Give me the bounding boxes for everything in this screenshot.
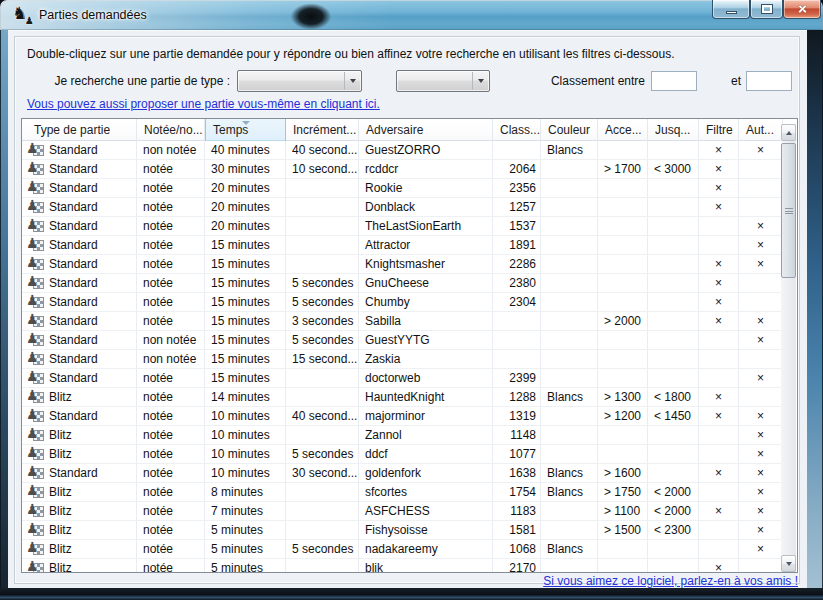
propose-game-link[interactable]: Vous pouvez aussi proposer une partie vo… bbox=[27, 97, 380, 111]
table-row[interactable]: ♟Standardnotée10 minutes40 second...majo… bbox=[22, 407, 783, 426]
table-row[interactable]: ♟Standardnotée10 minutes30 second...gold… bbox=[22, 464, 783, 483]
cell-rated: notée bbox=[137, 540, 205, 558]
pawn-board-icon: ♟ bbox=[27, 352, 45, 367]
table-row[interactable]: ♟Standardnotée20 minutesDonblack1257× bbox=[22, 198, 783, 217]
cell-min: > 1300 bbox=[598, 388, 648, 406]
game-type-text: Standard bbox=[49, 331, 98, 349]
table-row[interactable]: ♟Standardnotée20 minutesTheLastSionEarth… bbox=[22, 217, 783, 236]
cell-auto: × bbox=[739, 141, 783, 159]
scrollbar-thumb[interactable] bbox=[781, 143, 796, 278]
cell-type: ♟Blitz bbox=[22, 388, 137, 406]
cell-max bbox=[648, 293, 699, 311]
column-header-0[interactable]: Type de partie bbox=[22, 119, 137, 141]
cell-color bbox=[541, 369, 598, 387]
cell-rating bbox=[493, 312, 541, 330]
cell-color bbox=[541, 236, 598, 254]
cell-color: Blancs bbox=[541, 483, 598, 501]
cell-type: ♟Blitz bbox=[22, 445, 137, 463]
cell-type: ♟Blitz bbox=[22, 521, 137, 539]
rating-min-input[interactable] bbox=[651, 71, 697, 91]
minimize-button[interactable] bbox=[712, 0, 750, 19]
close-button[interactable] bbox=[783, 0, 821, 19]
table-row[interactable]: ♟Standardnotée20 minutesRookie2356× bbox=[22, 179, 783, 198]
cell-increment: 30 second... bbox=[286, 464, 359, 482]
table-row[interactable]: ♟Standardnotée15 minutes5 secondesGnuChe… bbox=[22, 274, 783, 293]
cell-time: 15 minutes bbox=[205, 331, 286, 349]
table-row[interactable]: ♟Standardnotée15 minutesdoctorweb2399× bbox=[22, 369, 783, 388]
cell-time: 10 minutes bbox=[205, 426, 286, 444]
table-row[interactable]: ♟Blitznotée5 minutes5 secondesnadakareem… bbox=[22, 540, 783, 559]
cell-opponent: Donblack bbox=[359, 198, 493, 216]
tell-friends-link[interactable]: Si vous aimez ce logiciel, parlez-en à v… bbox=[543, 574, 798, 588]
cell-type: ♟Standard bbox=[22, 236, 137, 254]
column-header-4[interactable]: Adversaire bbox=[359, 119, 493, 141]
column-header-3[interactable]: Incrément... bbox=[286, 119, 359, 141]
table-row[interactable]: ♟Blitznotée10 minutes5 secondesddcf1077× bbox=[22, 445, 783, 464]
game-type-text: Blitz bbox=[49, 426, 72, 444]
column-header-label: Aut... bbox=[746, 123, 774, 137]
table-row[interactable]: ♟Standardnotée15 minutesAttractor1891× bbox=[22, 236, 783, 255]
pawn-board-icon: ♟ bbox=[27, 447, 45, 462]
pawn-board-icon: ♟ bbox=[27, 219, 45, 234]
cell-rated: notée bbox=[137, 255, 205, 273]
column-header-8[interactable]: Jusq... bbox=[648, 119, 699, 141]
table-row[interactable]: ♟Standardnon notée40 minutes40 second...… bbox=[22, 141, 783, 160]
table-row[interactable]: ♟Standardnotée30 minutes10 second...rcdd… bbox=[22, 160, 783, 179]
cell-rating: 1148 bbox=[493, 426, 541, 444]
table-body: ♟Standardnon notée40 minutes40 second...… bbox=[22, 141, 783, 572]
column-header-5[interactable]: Class... bbox=[493, 119, 541, 141]
table-row[interactable]: ♟Blitznotée14 minutesHauntedKnight1288Bl… bbox=[22, 388, 783, 407]
column-header-7[interactable]: Acce... bbox=[598, 119, 648, 141]
rating-max-input[interactable] bbox=[746, 71, 792, 91]
table-row[interactable]: ♟Standardnon notée15 minutes5 secondesGu… bbox=[22, 331, 783, 350]
cell-rated: notée bbox=[137, 502, 205, 520]
cell-type: ♟Standard bbox=[22, 160, 137, 178]
cell-type: ♟Standard bbox=[22, 255, 137, 273]
cell-min bbox=[598, 141, 648, 159]
column-header-2[interactable]: Temps bbox=[205, 119, 286, 141]
cell-rating: 1183 bbox=[493, 502, 541, 520]
table-row[interactable]: ♟Blitznotée5 minutesFishysoisse1581> 150… bbox=[22, 521, 783, 540]
column-header-1[interactable]: Notée/no... bbox=[137, 119, 205, 141]
cell-max: < 1800 bbox=[648, 388, 699, 406]
cell-increment bbox=[286, 559, 359, 572]
pawn-board-icon: ♟ bbox=[27, 390, 45, 405]
cell-min bbox=[598, 426, 648, 444]
cell-filter bbox=[699, 369, 739, 387]
table-row[interactable]: ♟Standardnon notée15 minutes15 second...… bbox=[22, 350, 783, 369]
scroll-up-button[interactable] bbox=[781, 124, 796, 141]
column-header-10[interactable]: Aut... bbox=[739, 119, 783, 141]
cell-max: < 1450 bbox=[648, 407, 699, 425]
window-chess-icon: ♞ ♟ bbox=[12, 6, 33, 25]
cell-type: ♟Blitz bbox=[22, 483, 137, 501]
table-row[interactable]: ♟Blitznotée5 minutesblik2170× bbox=[22, 559, 783, 572]
game-variant-combobox[interactable] bbox=[396, 70, 490, 92]
scroll-down-button[interactable] bbox=[781, 555, 796, 572]
table-row[interactable]: ♟Blitznotée10 minutesZannol1148× bbox=[22, 426, 783, 445]
cell-increment bbox=[286, 521, 359, 539]
combo-arrow-button[interactable] bbox=[344, 72, 360, 90]
cell-filter bbox=[699, 331, 739, 349]
vertical-scrollbar[interactable] bbox=[781, 124, 796, 572]
arrow-down-icon bbox=[786, 562, 792, 566]
table-row[interactable]: ♟Blitznotée8 minutessfcortes1754Blancs> … bbox=[22, 483, 783, 502]
column-header-6[interactable]: Couleur bbox=[541, 119, 598, 141]
and-label: et bbox=[731, 74, 741, 88]
column-header-9[interactable]: Filtre bbox=[699, 119, 739, 141]
cell-auto bbox=[739, 350, 783, 368]
table-row[interactable]: ♟Standardnotée15 minutesKnightsmasher228… bbox=[22, 255, 783, 274]
table-row[interactable]: ♟Standardnotée15 minutes5 secondesChumby… bbox=[22, 293, 783, 312]
table-row[interactable]: ♟Standardnotée15 minutes3 secondesSabill… bbox=[22, 312, 783, 331]
maximize-button[interactable] bbox=[750, 0, 783, 19]
cell-color bbox=[541, 217, 598, 235]
title-bar[interactable]: ♞ ♟ Parties demandées bbox=[0, 0, 823, 30]
cell-max bbox=[648, 217, 699, 235]
cell-time: 10 minutes bbox=[205, 407, 286, 425]
table-row[interactable]: ♟Blitznotée7 minutesASFCHESS1183> 1100< … bbox=[22, 502, 783, 521]
cell-increment: 40 second... bbox=[286, 141, 359, 159]
game-type-combobox[interactable] bbox=[237, 70, 362, 92]
cell-filter bbox=[699, 540, 739, 558]
combo-arrow-button[interactable] bbox=[472, 72, 488, 90]
cell-opponent: GuestZORRO bbox=[359, 141, 493, 159]
cell-opponent: TheLastSionEarth bbox=[359, 217, 493, 235]
